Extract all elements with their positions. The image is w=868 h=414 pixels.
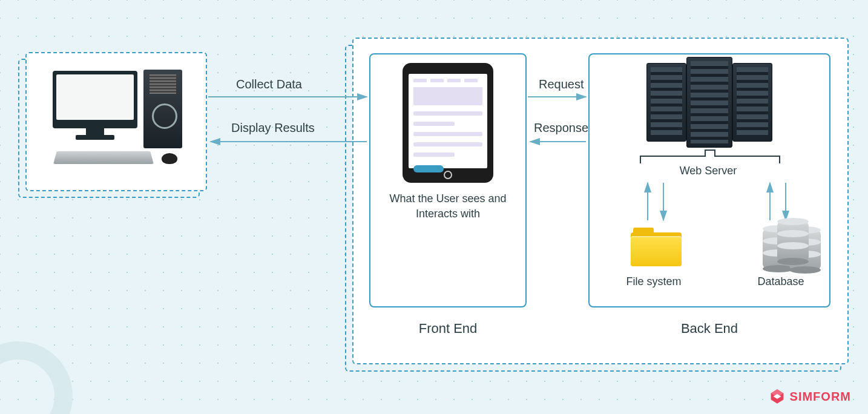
diagram-stage: What the User sees and Interacts with Fr… xyxy=(0,0,868,414)
frontend-caption: What the User sees and Interacts with xyxy=(370,191,525,222)
client-box xyxy=(25,52,207,191)
simform-logo-icon xyxy=(769,389,785,404)
desktop-computer-icon xyxy=(41,67,192,176)
filesystem-label: File system xyxy=(611,275,696,288)
database-label: Database xyxy=(745,275,817,288)
backend-title: Back End xyxy=(588,321,830,337)
folder-icon xyxy=(631,228,682,266)
brand-name: SIMFORM xyxy=(790,390,851,404)
webserver-label: Web Server xyxy=(654,165,763,177)
tablet-ui-icon xyxy=(403,63,493,183)
server-rack-icon xyxy=(646,63,772,148)
request-label: Request xyxy=(539,77,584,91)
frontend-title: Front End xyxy=(369,321,527,337)
display-results-label: Display Results xyxy=(231,121,315,135)
response-label: Response xyxy=(534,121,588,135)
database-icon xyxy=(763,222,809,270)
brand-logo: SIMFORM xyxy=(769,389,851,404)
frontend-box: What the User sees and Interacts with xyxy=(369,53,527,307)
collect-data-label: Collect Data xyxy=(236,77,302,91)
